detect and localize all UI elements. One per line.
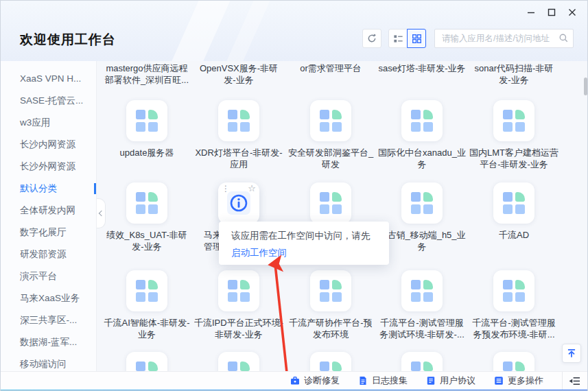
footer-item-label: 日志搜集 [372,375,408,387]
app-tile[interactable] [218,352,259,371]
app-grid-icon [228,280,250,302]
header: 欢迎使用工作台 [1,1,587,61]
app-label: 千流AI智能体-非研发-业务 [102,317,191,340]
sidebar-item-malay-xaas[interactable]: 马来XaaS业务 [1,287,96,309]
app-label: 千流平台-测试管理服务预发布环境-非研... [469,317,558,340]
app-tile[interactable] [218,270,259,311]
app-tile[interactable] [401,270,443,311]
app-label: or需求管理平台 [286,62,375,74]
app-window: 欢迎使用工作台 [0,0,588,391]
workspace-tooltip: 该应用需在工作空间中访问，请先 启动工作空间 [219,222,389,265]
app-grid-icon [503,362,525,371]
app-label: 千流AD [469,229,558,241]
search-input[interactable] [434,29,574,48]
app-grid-icon [411,192,433,214]
app-grid-icon [411,280,433,302]
app-grid-icon [320,280,342,302]
search-icon [558,33,569,43]
app-label: mastergo供应商远程部署软件_深圳百旺... [102,62,191,86]
vertical-scrollbar-thumb[interactable] [584,78,587,95]
sidebar-item-sase[interactable]: SASE-托管云... [1,90,96,112]
app-tile[interactable] [493,182,534,224]
app-tile[interactable] [310,270,351,311]
sidebar-item-rd-resources[interactable]: 研发部资源 [1,244,96,265]
close-button[interactable] [565,5,579,19]
start-workspace-link[interactable]: 启动工作空间 [231,247,287,259]
more-actions-button[interactable]: 更多操作 [494,375,543,387]
refresh-icon [366,33,377,44]
more-actions-icon [494,376,504,386]
sidebar-item-changsha-extranet[interactable]: 长沙外网资源 [1,156,96,178]
app-tile[interactable] [493,100,534,141]
app-grid-row: mastergo供应商远程部署软件_深圳百旺... OpenVSX服务-非研发-… [97,61,588,105]
toolbar [362,29,574,48]
app-label: sase灯塔-非研发-业务 [377,62,467,74]
toolbox-icon [290,376,300,386]
refresh-button[interactable] [362,29,381,48]
app-grid-icon [228,110,250,132]
app-tile[interactable] [310,352,351,371]
sidebar-item-digital-hall[interactable]: 数字化展厅 [1,222,96,244]
favorite-star-icon[interactable]: ☆ [248,183,256,193]
sidebar-item-xaas-vpn[interactable]: XaaS VPN H... [1,68,96,90]
sidebar-collapse-handle[interactable] [97,198,106,228]
app-tile[interactable] [401,100,443,141]
arrow-up-to-top-icon [566,348,577,359]
tooltip-text: 该应用需在工作空间中访问，请先 [231,230,377,242]
app-label: 千流IPD平台正式环境-非研发-业务 [194,317,283,340]
app-label: update服务器 [102,147,191,158]
sidebar: XaaS VPN H... SASE-托管云... w3应用 长沙内网资源 长沙… [1,61,97,371]
sidebar-item-all-rd-intranet[interactable]: 全体研发内网 [1,200,96,222]
sidebar-item-changsha-intranet[interactable]: 长沙内网资源 [1,134,96,156]
maximize-button[interactable] [545,5,558,19]
app-tile[interactable] [126,182,167,224]
footer-divider [562,372,563,390]
app-label: XDR灯塔平台-非研发-应用 [194,147,283,170]
app-label: 蒙古销_移动端_h5_业务 [377,229,467,252]
sidebar-item-w3[interactable]: w3应用 [1,112,96,134]
collapse-panel-icon [569,376,580,386]
log-collect-button[interactable]: 日志搜集 [358,375,408,387]
app-grid-icon [503,192,525,214]
list-view-icon [393,34,403,44]
decor-stripe [163,1,237,61]
app-tile[interactable] [310,100,351,141]
collapse-panel-button[interactable] [569,376,580,386]
decor-stripe [218,1,277,61]
sidebar-item-demo-platform[interactable]: 演示平台 [1,265,96,287]
footer-item-label: 用户协议 [440,375,475,387]
app-tile[interactable] [126,100,167,141]
app-label: 安全研发部洞鉴平台_研发 [286,147,375,170]
app-tile[interactable] [218,100,259,141]
sidebar-item-default-category[interactable]: 默认分类 [1,178,96,200]
app-grid-icon [320,110,342,132]
agreement-book-icon [426,376,436,386]
grid-view-button[interactable] [407,29,426,48]
app-grid-row [97,352,588,371]
diagnose-repair-button[interactable]: 诊断修复 [290,375,340,387]
info-icon[interactable] [229,193,248,213]
chevron-left-icon [99,211,104,216]
app-tile[interactable] [493,270,534,311]
user-agreement-button[interactable]: 用户协议 [426,375,475,387]
app-tile[interactable] [401,352,443,371]
app-tile[interactable] [126,352,167,371]
search-box [434,29,574,48]
app-label: 国际化中台xanadu_业务 [377,147,467,170]
app-tile[interactable] [493,352,534,371]
app-tile[interactable] [310,182,351,224]
app-tile-hovered[interactable]: ⋮ ☆ [218,182,259,224]
app-grid-icon [411,110,433,132]
app-grid-icon [503,280,525,302]
back-to-top-button[interactable] [562,344,581,363]
app-grid: mastergo供应商远程部署软件_深圳百旺... OpenVSX服务-非研发-… [97,61,588,371]
app-grid-icon [503,110,525,132]
app-label: 千流平台-测试管理服务测试环境-非研发-... [377,317,467,340]
app-tile[interactable] [126,270,167,311]
app-tile[interactable] [401,182,443,224]
list-view-button[interactable] [388,29,408,48]
sidebar-item-datalake[interactable]: 数据湖-蓝军... [1,331,96,353]
minimize-button[interactable] [524,5,538,19]
page-title: 欢迎使用工作台 [20,31,116,49]
sidebar-item-shensan-share[interactable]: 深三共享区-... [1,309,96,331]
